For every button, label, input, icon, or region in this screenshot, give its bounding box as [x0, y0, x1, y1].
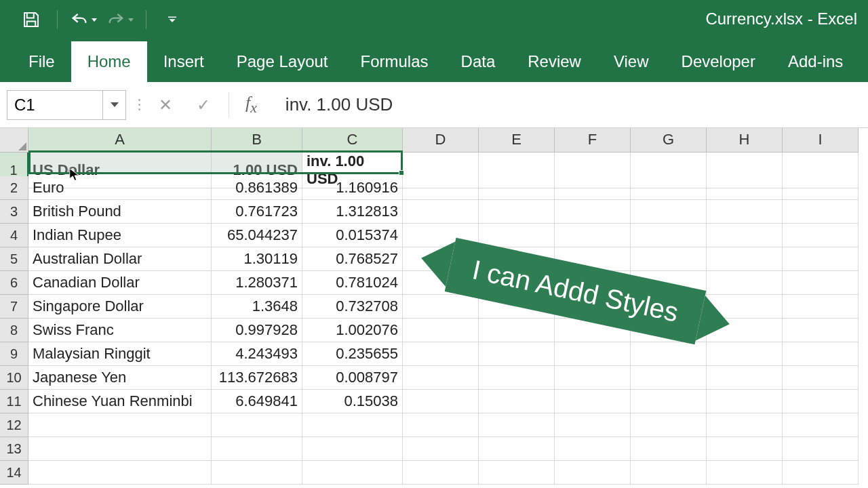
- cell-A2[interactable]: Euro: [28, 176, 212, 200]
- column-header-G[interactable]: G: [631, 128, 707, 152]
- cell-H5[interactable]: [707, 247, 783, 271]
- cell-G10[interactable]: [631, 366, 707, 390]
- cell-I4[interactable]: [783, 224, 859, 247]
- cell-E2[interactable]: [479, 176, 555, 200]
- cell-A14[interactable]: [28, 461, 212, 485]
- cell-H10[interactable]: [707, 366, 783, 390]
- cell-D7[interactable]: [403, 295, 479, 319]
- cell-E13[interactable]: [479, 437, 555, 461]
- cell-I2[interactable]: [783, 176, 859, 200]
- cell-E10[interactable]: [479, 366, 555, 390]
- cell-B6[interactable]: 1.280371: [212, 271, 302, 295]
- cell-A8[interactable]: Swiss Franc: [28, 319, 212, 342]
- cell-G11[interactable]: [631, 390, 707, 413]
- cell-D3[interactable]: [403, 200, 479, 224]
- cell-I10[interactable]: [783, 366, 859, 390]
- cell-I12[interactable]: [783, 413, 859, 437]
- cell-G2[interactable]: [631, 176, 707, 200]
- cell-A7[interactable]: Singapore Dollar: [28, 295, 212, 319]
- cell-G4[interactable]: [631, 224, 707, 247]
- cell-H2[interactable]: [707, 176, 783, 200]
- row-header-2[interactable]: 2: [0, 176, 28, 200]
- cell-I8[interactable]: [783, 319, 859, 342]
- cell-G5[interactable]: [631, 247, 707, 271]
- row-header-13[interactable]: 13: [0, 437, 28, 461]
- cell-B12[interactable]: [212, 413, 302, 437]
- cell-D14[interactable]: [403, 461, 479, 485]
- column-header-D[interactable]: D: [403, 128, 479, 152]
- cell-F13[interactable]: [555, 437, 631, 461]
- cell-D11[interactable]: [403, 390, 479, 413]
- cell-I5[interactable]: [783, 247, 859, 271]
- cell-I14[interactable]: [783, 461, 859, 485]
- cell-I13[interactable]: [783, 437, 859, 461]
- cell-E11[interactable]: [479, 390, 555, 413]
- tab-view[interactable]: View: [597, 41, 665, 82]
- cell-C10[interactable]: 0.008797: [302, 366, 403, 390]
- tab-add-ins[interactable]: Add-ins: [772, 41, 859, 82]
- cell-A6[interactable]: Canadian Dollar: [28, 271, 212, 295]
- cell-E14[interactable]: [479, 461, 555, 485]
- tab-file[interactable]: File: [12, 41, 71, 82]
- cell-D10[interactable]: [403, 366, 479, 390]
- row-header-12[interactable]: 12: [0, 413, 28, 437]
- cell-F12[interactable]: [555, 413, 631, 437]
- cell-H12[interactable]: [707, 413, 783, 437]
- cell-C9[interactable]: 0.235655: [302, 342, 403, 366]
- row-header-8[interactable]: 8: [0, 319, 28, 342]
- cell-G3[interactable]: [631, 200, 707, 224]
- cell-A10[interactable]: Japanese Yen: [28, 366, 212, 390]
- column-header-C[interactable]: C: [302, 128, 403, 152]
- cell-C2[interactable]: 1.160916: [302, 176, 403, 200]
- cell-E4[interactable]: [479, 224, 555, 247]
- cell-B13[interactable]: [212, 437, 302, 461]
- cell-H6[interactable]: [707, 271, 783, 295]
- cell-C12[interactable]: [302, 413, 403, 437]
- tab-data[interactable]: Data: [445, 41, 512, 82]
- cell-I11[interactable]: [783, 390, 859, 413]
- cell-A11[interactable]: Chinese Yuan Renminbi: [28, 390, 212, 413]
- qat-customize-icon[interactable]: [159, 6, 186, 33]
- cell-H11[interactable]: [707, 390, 783, 413]
- cell-D13[interactable]: [403, 437, 479, 461]
- cell-B11[interactable]: 6.649841: [212, 390, 302, 413]
- cell-F10[interactable]: [555, 366, 631, 390]
- cell-H13[interactable]: [707, 437, 783, 461]
- cell-F4[interactable]: [555, 224, 631, 247]
- cell-B3[interactable]: 0.761723: [212, 200, 302, 224]
- cell-G9[interactable]: [631, 342, 707, 366]
- cell-H4[interactable]: [707, 224, 783, 247]
- cell-C4[interactable]: 0.015374: [302, 224, 403, 247]
- cell-G12[interactable]: [631, 413, 707, 437]
- cell-F9[interactable]: [555, 342, 631, 366]
- cell-B10[interactable]: 113.672683: [212, 366, 302, 390]
- cell-F14[interactable]: [555, 461, 631, 485]
- cell-C11[interactable]: 0.15038: [302, 390, 403, 413]
- cell-C3[interactable]: 1.312813: [302, 200, 403, 224]
- tab-page-layout[interactable]: Page Layout: [220, 41, 344, 82]
- formula-value[interactable]: inv. 1.00 USD: [273, 94, 861, 115]
- cell-C8[interactable]: 1.002076: [302, 319, 403, 342]
- undo-icon[interactable]: [70, 6, 97, 33]
- cell-F3[interactable]: [555, 200, 631, 224]
- row-header-7[interactable]: 7: [0, 295, 28, 319]
- cell-I6[interactable]: [783, 271, 859, 295]
- cell-B4[interactable]: 65.044237: [212, 224, 302, 247]
- cell-F11[interactable]: [555, 390, 631, 413]
- cell-D12[interactable]: [403, 413, 479, 437]
- cell-C6[interactable]: 0.781024: [302, 271, 403, 295]
- name-box-dropdown-icon[interactable]: [102, 91, 125, 119]
- cell-H9[interactable]: [707, 342, 783, 366]
- cell-A13[interactable]: [28, 437, 212, 461]
- undo-dropdown-icon[interactable]: [92, 18, 97, 22]
- cell-A5[interactable]: Australian Dollar: [28, 247, 212, 271]
- name-box[interactable]: C1: [7, 90, 126, 120]
- row-header-6[interactable]: 6: [0, 271, 28, 295]
- worksheet-grid[interactable]: ABCDEFGHI 1US Dollar1.00 USDinv. 1.00 US…: [0, 128, 868, 485]
- column-header-E[interactable]: E: [479, 128, 555, 152]
- cell-A9[interactable]: Malaysian Ringgit: [28, 342, 212, 366]
- cell-G14[interactable]: [631, 461, 707, 485]
- cell-B9[interactable]: 4.243493: [212, 342, 302, 366]
- cell-E12[interactable]: [479, 413, 555, 437]
- tab-developer[interactable]: Developer: [665, 41, 772, 82]
